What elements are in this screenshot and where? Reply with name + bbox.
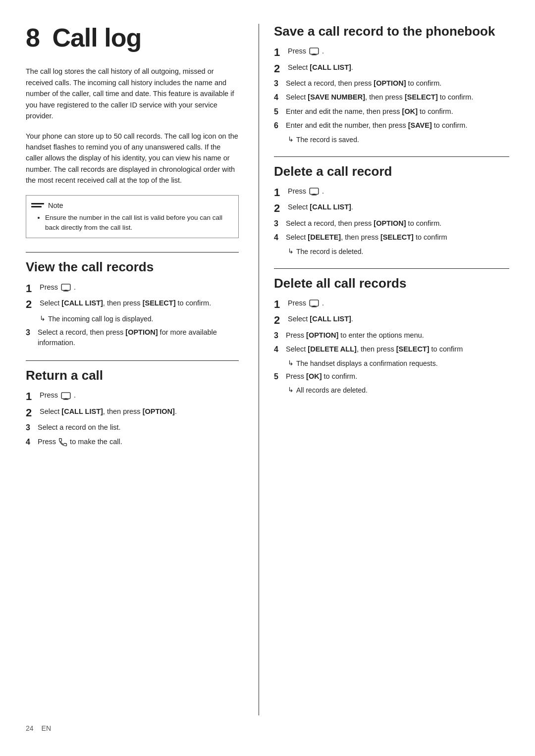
- step-num-deleteall-5: 5: [274, 371, 286, 382]
- chapter-title: 8 Call log: [26, 24, 239, 52]
- handset-icon-return-1: [61, 392, 71, 400]
- page: 8 Call log The call log stores the call …: [0, 0, 535, 756]
- svg-rect-6: [310, 48, 319, 54]
- footer-page-number: 24: [26, 724, 34, 732]
- footer-language: EN: [42, 724, 51, 732]
- step-text-delete-3: Select a record, then press [OPTION] to …: [286, 218, 509, 229]
- steps-save-call: 1 Press . 2 Select [CALL LIST].: [274, 46, 509, 145]
- handset-icon-view-1: [61, 284, 71, 292]
- svg-rect-8: [312, 55, 317, 55]
- step-text-deleteall-2: Select [CALL LIST].: [288, 314, 509, 325]
- note-item-1: Ensure the number in the call list is va…: [45, 213, 231, 233]
- step-num-deleteall-4: 4: [274, 344, 286, 355]
- section-view-call-records: View the call records 1 Press .: [26, 259, 239, 349]
- step-text-delete-1: Press .: [288, 186, 509, 197]
- chapter-number: 8: [26, 23, 40, 52]
- arrow-deleteall-5: ↳: [288, 386, 294, 394]
- section-save-call: Save a call record to the phonebook 1 Pr…: [274, 24, 509, 145]
- step-return-1: 1 Press .: [26, 390, 239, 403]
- svg-rect-12: [310, 300, 319, 306]
- result-deleteall-5: ↳ All records are deleted.: [288, 385, 509, 395]
- step-text-deleteall-1: Press .: [288, 298, 509, 309]
- section-delete-all-calls: Delete all call records 1 Press .: [274, 276, 509, 396]
- svg-rect-3: [61, 392, 70, 398]
- arrow-delete-4: ↳: [288, 247, 294, 255]
- step-num-return-2: 2: [26, 406, 40, 419]
- step-save-3: 3 Select a record, then press [OPTION] t…: [274, 78, 509, 89]
- step-num-deleteall-2: 2: [274, 314, 288, 327]
- section-title-view-calls: View the call records: [26, 259, 239, 275]
- step-delete-4: 4 Select [DELETE], then press [SELECT] t…: [274, 232, 509, 243]
- step-text-save-1: Press .: [288, 46, 509, 57]
- step-return-2: 2 Select [CALL LIST], then press [OPTION…: [26, 406, 239, 419]
- step-text-delete-4: Select [DELETE], then press [SELECT] to …: [286, 232, 509, 243]
- step-num-save-3: 3: [274, 78, 286, 89]
- page-footer: 24 EN: [26, 724, 509, 732]
- step-view-2: 2 Select [CALL LIST], then press [SELECT…: [26, 298, 239, 311]
- step-return-4: 4 Press to make the call.: [26, 437, 239, 448]
- step-text-delete-2: Select [CALL LIST].: [288, 202, 509, 213]
- step-save-6: 6 Enter and edit the number, then press …: [274, 120, 509, 131]
- arrow-save-6: ↳: [288, 135, 294, 143]
- step-text-deleteall-5: Press [OK] to confirm.: [286, 371, 509, 382]
- step-text-save-2: Select [CALL LIST].: [288, 62, 509, 73]
- step-text-return-2: Select [CALL LIST], then press [OPTION].: [40, 406, 239, 417]
- call-icon-return-4: [58, 437, 68, 447]
- step-text-save-3: Select a record, then press [OPTION] to …: [286, 78, 509, 89]
- step-text-view-3: Select a record, then press [OPTION] for…: [38, 327, 239, 349]
- step-num-return-4: 4: [26, 437, 38, 448]
- step-view-3: 3 Select a record, then press [OPTION] f…: [26, 327, 239, 349]
- step-num-view-2: 2: [26, 298, 40, 311]
- result-deleteall-4: ↳ The handset displays a confirmation re…: [288, 358, 509, 368]
- step-text-save-4: Select [SAVE NUMBER], then press [SELECT…: [286, 92, 509, 103]
- step-deleteall-2: 2 Select [CALL LIST].: [274, 314, 509, 327]
- svg-rect-2: [63, 291, 69, 291]
- step-num-view-1: 1: [26, 282, 40, 295]
- svg-rect-14: [312, 306, 317, 307]
- note-box: Note Ensure the number in the call list …: [26, 195, 239, 239]
- result-delete-4: ↳ The record is deleted.: [288, 247, 509, 256]
- section-title-delete-all-calls: Delete all call records: [274, 276, 509, 291]
- steps-view-calls: 1 Press . 2 Select [CAL: [26, 282, 239, 349]
- result-text-view-2: The incoming call log is displayed.: [48, 314, 153, 324]
- step-num-save-6: 6: [274, 120, 286, 131]
- step-delete-3: 3 Select a record, then press [OPTION] t…: [274, 218, 509, 229]
- step-num-return-1: 1: [26, 390, 40, 403]
- divider-view-calls: [26, 252, 239, 252]
- handset-icon-delete-1: [309, 188, 319, 196]
- result-text-delete-4: The record is deleted.: [296, 247, 363, 256]
- step-text-save-6: Enter and edit the number, then press [S…: [286, 120, 509, 131]
- note-header: Note: [31, 201, 231, 210]
- handset-icon-save-1: [309, 48, 319, 55]
- section-title-delete-call: Delete a call record: [274, 164, 509, 179]
- step-num-delete-1: 1: [274, 186, 288, 199]
- step-deleteall-3: 3 Press [OPTION] to enter the options me…: [274, 330, 509, 341]
- handset-icon-deleteall-1: [309, 300, 319, 307]
- step-delete-2: 2 Select [CALL LIST].: [274, 202, 509, 215]
- step-text-view-1: Press .: [40, 282, 239, 293]
- step-num-deleteall-3: 3: [274, 330, 286, 341]
- divider-delete-call: [274, 156, 509, 157]
- result-text-deleteall-4: The handset displays a confirmation requ…: [296, 358, 438, 368]
- step-num-return-3: 3: [26, 422, 38, 433]
- step-text-save-5: Enter and edit the name, then press [OK]…: [286, 106, 509, 117]
- steps-delete-all-calls: 1 Press . 2 Select [CALL LIST].: [274, 298, 509, 396]
- arrow-view-2: ↳: [40, 314, 46, 322]
- step-num-deleteall-1: 1: [274, 298, 288, 311]
- note-icon: [31, 201, 44, 210]
- svg-rect-5: [63, 399, 69, 400]
- chapter-title-text: Call log: [52, 23, 141, 52]
- divider-return-call: [26, 360, 239, 361]
- step-text-return-1: Press .: [40, 390, 239, 401]
- step-view-1: 1 Press .: [26, 282, 239, 295]
- note-text: Ensure the number in the call list is va…: [31, 213, 231, 233]
- svg-rect-0: [61, 284, 70, 290]
- step-text-deleteall-4: Select [DELETE ALL], then press [SELECT]…: [286, 344, 509, 355]
- result-text-deleteall-5: All records are deleted.: [296, 385, 368, 395]
- intro-paragraph-2: Your phone can store up to 50 call recor…: [26, 131, 239, 186]
- step-num-save-5: 5: [274, 106, 286, 117]
- step-save-5: 5 Enter and edit the name, then press [O…: [274, 106, 509, 117]
- step-save-4: 4 Select [SAVE NUMBER], then press [SELE…: [274, 92, 509, 103]
- step-num-save-4: 4: [274, 92, 286, 103]
- intro-paragraph-1: The call log stores the call history of …: [26, 66, 239, 121]
